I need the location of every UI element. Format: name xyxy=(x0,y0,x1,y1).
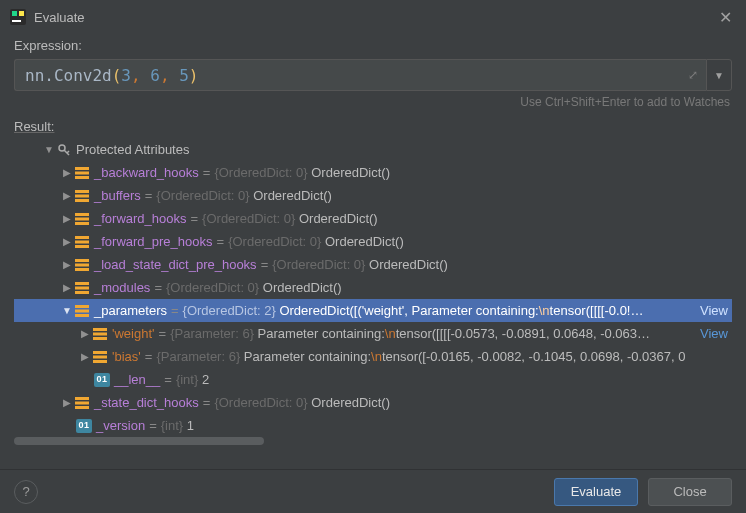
svg-rect-2 xyxy=(19,11,24,16)
attribute-icon xyxy=(74,188,90,204)
svg-rect-16 xyxy=(75,245,89,248)
expression-input[interactable]: nn.Conv2d(3, 6, 5) ⤢ xyxy=(14,59,706,91)
expand-icon[interactable]: ⤢ xyxy=(688,68,698,82)
svg-rect-5 xyxy=(75,167,89,170)
code-identifier: nn.Conv2d xyxy=(25,66,112,85)
tree-group[interactable]: ▼ Protected Attributes xyxy=(14,138,732,161)
attribute-icon xyxy=(74,280,90,296)
svg-rect-23 xyxy=(75,305,89,308)
svg-rect-9 xyxy=(75,194,89,197)
attribute-icon xyxy=(74,395,90,411)
svg-rect-24 xyxy=(75,309,89,312)
svg-rect-25 xyxy=(75,314,89,317)
svg-rect-33 xyxy=(75,401,89,404)
attribute-icon xyxy=(74,211,90,227)
titlebar: Evaluate ✕ xyxy=(0,0,746,34)
svg-rect-31 xyxy=(93,360,107,363)
help-button[interactable]: ? xyxy=(14,480,38,504)
svg-rect-6 xyxy=(75,171,89,174)
svg-rect-13 xyxy=(75,222,89,225)
svg-rect-21 xyxy=(75,286,89,289)
svg-rect-12 xyxy=(75,217,89,220)
tree-row-weight[interactable]: ▶ 'weight' = {Parameter: 6} Parameter co… xyxy=(14,322,732,345)
tree-row[interactable]: ▶ _modules= {OrderedDict: 0} OrderedDict… xyxy=(14,276,732,299)
svg-rect-32 xyxy=(75,397,89,400)
tree-row-bias[interactable]: ▶ 'bias' = {Parameter: 6} Parameter cont… xyxy=(14,345,732,368)
result-label: Result: xyxy=(0,119,746,138)
dialog-footer: ? Evaluate Close xyxy=(0,469,746,513)
close-icon[interactable]: ✕ xyxy=(716,8,734,27)
svg-rect-7 xyxy=(75,176,89,179)
result-tree[interactable]: ▼ Protected Attributes ▶ _backward_hooks… xyxy=(14,138,732,446)
int-icon: 01 xyxy=(94,372,110,388)
attribute-icon xyxy=(92,326,108,342)
tree-row[interactable]: ▶ _forward_hooks= {OrderedDict: 0} Order… xyxy=(14,207,732,230)
svg-rect-1 xyxy=(12,11,17,16)
key-icon xyxy=(56,142,72,158)
svg-rect-27 xyxy=(93,332,107,335)
expression-row: nn.Conv2d(3, 6, 5) ⤢ ▼ xyxy=(0,59,746,91)
svg-rect-14 xyxy=(75,236,89,239)
svg-rect-30 xyxy=(93,355,107,358)
svg-rect-15 xyxy=(75,240,89,243)
tree-row[interactable]: ▶ _state_dict_hooks= {OrderedDict: 0} Or… xyxy=(14,391,732,414)
attribute-icon xyxy=(92,349,108,365)
tree-row[interactable]: ▶ _backward_hooks= {OrderedDict: 0} Orde… xyxy=(14,161,732,184)
window-title: Evaluate xyxy=(34,10,716,25)
svg-rect-11 xyxy=(75,213,89,216)
attribute-icon xyxy=(74,165,90,181)
shortcut-hint: Use Ctrl+Shift+Enter to add to Watches xyxy=(0,91,746,119)
tree-row-len[interactable]: 01 __len__ = {int} 2 xyxy=(14,368,732,391)
svg-rect-34 xyxy=(75,406,89,409)
attribute-icon xyxy=(74,234,90,250)
tree-row-parameters[interactable]: ▼ _parameters = {OrderedDict: 2} Ordered… xyxy=(14,299,732,322)
tree-row[interactable]: ▶ _load_state_dict_pre_hooks= {OrderedDi… xyxy=(14,253,732,276)
view-link[interactable]: View xyxy=(700,299,732,322)
horizontal-scrollbar[interactable] xyxy=(14,436,732,446)
expression-history-dropdown[interactable]: ▼ xyxy=(706,59,732,91)
svg-rect-10 xyxy=(75,199,89,202)
svg-rect-26 xyxy=(93,328,107,331)
close-button[interactable]: Close xyxy=(648,478,732,506)
svg-rect-17 xyxy=(75,259,89,262)
app-icon xyxy=(10,9,26,25)
tree-row-version[interactable]: 01 _version = {int} 1 xyxy=(14,414,732,437)
svg-rect-29 xyxy=(93,351,107,354)
int-icon: 01 xyxy=(76,418,92,434)
svg-rect-3 xyxy=(12,20,21,22)
svg-rect-22 xyxy=(75,291,89,294)
tree-row[interactable]: ▶ _buffers= {OrderedDict: 0} OrderedDict… xyxy=(14,184,732,207)
attribute-icon xyxy=(74,303,90,319)
attribute-icon xyxy=(74,257,90,273)
view-link[interactable]: View xyxy=(700,322,732,345)
svg-rect-20 xyxy=(75,282,89,285)
svg-rect-18 xyxy=(75,263,89,266)
tree-row[interactable]: ▶ _forward_pre_hooks= {OrderedDict: 0} O… xyxy=(14,230,732,253)
expression-label: Expression: xyxy=(0,34,746,59)
svg-rect-19 xyxy=(75,268,89,271)
svg-rect-28 xyxy=(93,337,107,340)
svg-rect-8 xyxy=(75,190,89,193)
evaluate-button[interactable]: Evaluate xyxy=(554,478,638,506)
